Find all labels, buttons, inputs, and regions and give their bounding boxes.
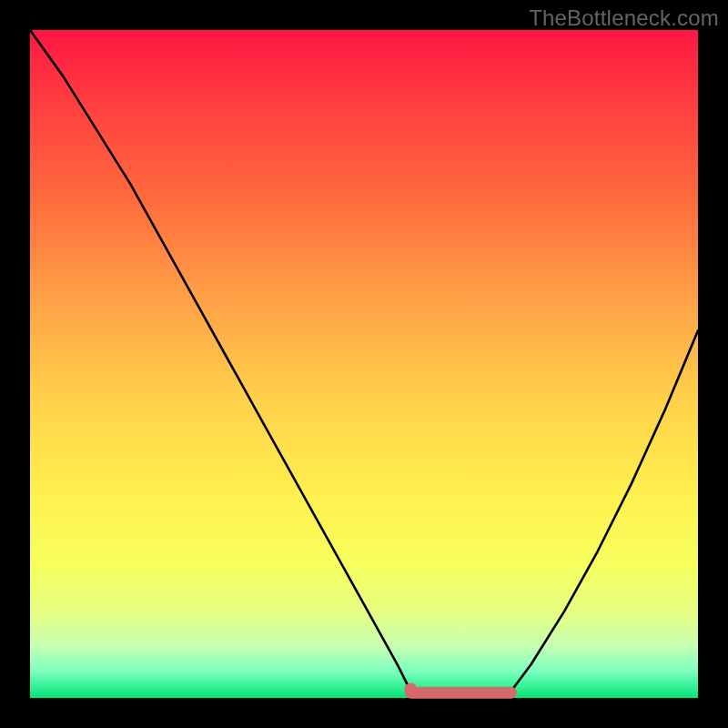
plot-area [30, 30, 698, 698]
chart-svg [30, 30, 698, 698]
optimal-marker-dot [404, 682, 417, 695]
chart-frame: TheBottleneck.com [0, 0, 728, 728]
bottleneck-curve [30, 30, 698, 698]
watermark-text: TheBottleneck.com [529, 5, 719, 31]
